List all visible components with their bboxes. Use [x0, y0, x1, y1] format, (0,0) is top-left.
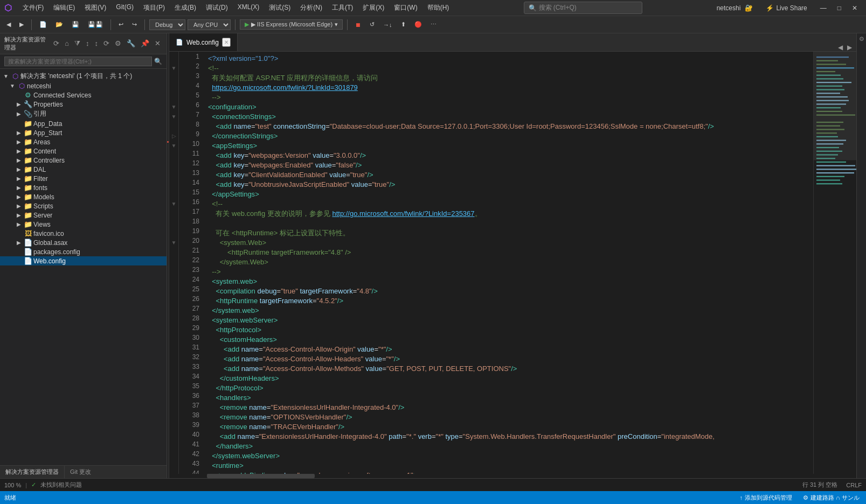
- toolbar-saveall[interactable]: 💾💾: [85, 20, 106, 29]
- sidebar-item-global-asax[interactable]: ▶ 📄 Global.asax: [0, 238, 167, 247]
- project-item[interactable]: ▼ ⬡ netceshi: [0, 81, 167, 90]
- home-icon[interactable]: ⌂: [63, 39, 71, 48]
- toolbar-redo[interactable]: ↪: [129, 20, 140, 29]
- zoom-level[interactable]: 100 %: [4, 482, 21, 488]
- fold-15[interactable]: [169, 190, 178, 199]
- sidebar-item-content[interactable]: ▶ 📁 Content: [0, 146, 167, 156]
- search-icon[interactable]: 🔍: [154, 58, 162, 65]
- fold-13[interactable]: [169, 170, 178, 180]
- fold-2[interactable]: ▼: [169, 64, 178, 73]
- toolbar-stepout[interactable]: ⬆: [398, 20, 409, 29]
- collapse-icon[interactable]: ↕: [93, 39, 100, 48]
- toolbar-more[interactable]: ⋯: [427, 20, 440, 29]
- menu-file[interactable]: 文件(F): [18, 2, 48, 13]
- minimize-button[interactable]: —: [816, 3, 831, 13]
- toolbar-forward[interactable]: ▶: [16, 20, 27, 29]
- fold-16[interactable]: ▼: [169, 199, 178, 209]
- git-changes-tab[interactable]: Git 更改: [65, 466, 96, 478]
- sidebar-item-server[interactable]: ▶ 📁 Server: [0, 211, 167, 220]
- sidebar-item-dal[interactable]: ▶ 📁 DAL: [0, 165, 167, 174]
- sidebar-item-areas[interactable]: ▶ 📁 Areas: [0, 137, 167, 146]
- sidebar-item-scripts[interactable]: ▶ 📁 Scripts: [0, 201, 167, 211]
- menu-build[interactable]: 生成(B): [170, 2, 200, 13]
- sidebar-item-properties[interactable]: ▶ 🔧 Properties: [0, 100, 167, 109]
- menu-analyze[interactable]: 分析(N): [296, 2, 327, 13]
- fold-6[interactable]: ▼: [169, 102, 178, 112]
- menu-xml[interactable]: XML(X): [233, 2, 264, 13]
- sidebar-item-web-config[interactable]: ▶ 📄 Web.config: [0, 256, 167, 265]
- menu-git[interactable]: Git(G): [112, 2, 138, 13]
- liveshare-button[interactable]: ⚡ Live Share: [766, 4, 807, 12]
- menu-tools[interactable]: 工具(T): [328, 2, 357, 13]
- toolbar-new[interactable]: 📄: [36, 20, 50, 29]
- fold-12[interactable]: [169, 160, 178, 170]
- menu-view[interactable]: 视图(V): [80, 2, 110, 13]
- panel-settings-icon[interactable]: ⚙: [859, 36, 864, 43]
- settings-icon[interactable]: ⚙: [113, 39, 123, 48]
- sidebar-item-views[interactable]: ▶ 📁 Views: [0, 220, 167, 229]
- fold-8[interactable]: [169, 122, 178, 131]
- maximize-button[interactable]: □: [833, 3, 846, 13]
- fold-5[interactable]: [169, 93, 178, 102]
- solution-search-input[interactable]: [4, 57, 152, 66]
- line-ending[interactable]: CRLF: [846, 482, 862, 488]
- tools-icon[interactable]: 🔧: [125, 39, 137, 48]
- tab-scroll-right[interactable]: ▶: [847, 44, 852, 51]
- menu-project[interactable]: 项目(P): [139, 2, 169, 13]
- debug-config-dropdown[interactable]: Debug: [149, 19, 185, 30]
- sync-icon[interactable]: ⟳: [52, 39, 61, 48]
- horizontal-scrollbar[interactable]: [169, 474, 856, 478]
- fold-1[interactable]: [169, 54, 178, 64]
- toolbar-open[interactable]: 📂: [52, 20, 66, 29]
- menu-extensions[interactable]: 扩展(X): [358, 2, 389, 13]
- fold-3[interactable]: [169, 73, 178, 83]
- sidebar-item-controllers[interactable]: ▶ 📁 Controllers: [0, 156, 167, 165]
- fold-7[interactable]: ▼: [169, 112, 178, 122]
- pin-icon[interactable]: 📌: [139, 39, 151, 48]
- sidebar-item-filter[interactable]: ▶ 📁 Filter: [0, 174, 167, 183]
- toolbar-back[interactable]: ◀: [3, 20, 14, 29]
- fold-4[interactable]: [169, 83, 178, 93]
- solution-explorer-tab[interactable]: 解决方案资源管理器: [0, 466, 65, 478]
- toolbar-breakpoints[interactable]: 🔴: [411, 20, 425, 29]
- menu-debug[interactable]: 调试(D): [202, 2, 232, 13]
- sidebar-item-app-start[interactable]: ▶ 📁 App_Start: [0, 128, 167, 137]
- toolbar-stepin[interactable]: →↓: [380, 20, 396, 29]
- fold-20[interactable]: ▼: [169, 238, 178, 248]
- add-to-source-control[interactable]: ↑ 添加到源代码管理: [737, 494, 794, 502]
- close-panel-icon[interactable]: ✕: [153, 39, 162, 48]
- build-info[interactable]: ⚙ 建建路路 ∩ サンル: [801, 494, 862, 502]
- menu-edit[interactable]: 编辑(E): [49, 2, 79, 13]
- code-editor[interactable]: <?xml version="1.0"?> <!-- 有关如何配置 ASP.NE…: [206, 52, 813, 474]
- refresh-icon[interactable]: ⟳: [102, 39, 111, 48]
- global-search-box[interactable]: 🔍 搜索 (Ctrl+Q): [524, 2, 642, 14]
- tab-web-config[interactable]: 📄 Web.config ✕: [169, 33, 238, 51]
- menu-help[interactable]: 帮助(H): [423, 2, 454, 13]
- sidebar-item-fonts[interactable]: ▶ 📁 fonts: [0, 183, 167, 192]
- fold-10[interactable]: ▼: [169, 141, 178, 151]
- sidebar-item-favicon[interactable]: ▶ 🖼 favicon.ico: [0, 229, 167, 238]
- tab-close-button[interactable]: ✕: [222, 38, 231, 47]
- sidebar-item-packages-config[interactable]: ▶ 📄 packages.config: [0, 247, 167, 256]
- solution-root-item[interactable]: ▼ ⬡ 解决方案 'netceshi' (1 个项目，共 1 个): [0, 71, 167, 81]
- menu-test[interactable]: 测试(S): [265, 2, 295, 13]
- sidebar-item-connected-services[interactable]: ▶ ⚙ Connected Services: [0, 90, 167, 100]
- toolbar-undo[interactable]: ↩: [115, 20, 127, 29]
- fold-19[interactable]: [169, 228, 178, 238]
- toolbar-restart[interactable]: ↺: [366, 20, 378, 29]
- toolbar-stop[interactable]: ⏹: [352, 20, 364, 29]
- fold-18[interactable]: [169, 219, 178, 228]
- sidebar-item-references[interactable]: ▶ 📎 引用: [0, 109, 167, 119]
- fold-14[interactable]: [169, 180, 178, 190]
- filter-icon[interactable]: ⧩: [73, 39, 82, 48]
- run-iis-button[interactable]: ▶ ▶ IIS Express (Microsoft Edge) ▾: [240, 19, 343, 30]
- tab-scroll-left[interactable]: ◀: [838, 44, 843, 51]
- expand-icon[interactable]: ↕: [84, 39, 91, 48]
- menu-window[interactable]: 窗口(W): [390, 2, 421, 13]
- fold-11[interactable]: [169, 151, 178, 160]
- sidebar-item-models[interactable]: ▶ 📁 Models: [0, 192, 167, 201]
- toolbar-save[interactable]: 💾: [68, 20, 82, 29]
- fold-9[interactable]: ▷: [169, 131, 178, 141]
- close-button[interactable]: ✕: [848, 3, 862, 13]
- sidebar-item-app-data[interactable]: ▶ 📁 App_Data: [0, 119, 167, 128]
